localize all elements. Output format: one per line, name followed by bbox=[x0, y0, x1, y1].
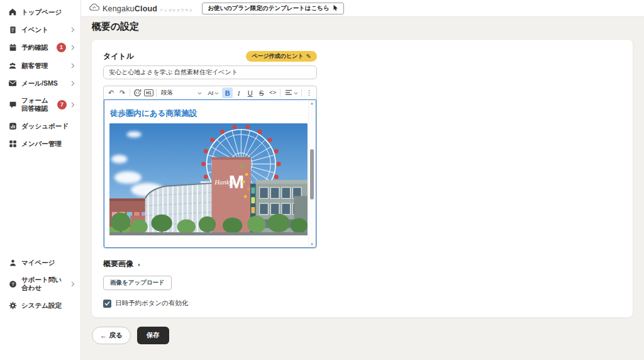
sidebar-item-label: 予約確認 bbox=[21, 43, 48, 52]
editor-scrollbar-thumb[interactable] bbox=[310, 149, 314, 200]
scroll-down-icon[interactable]: ▼ bbox=[310, 242, 313, 246]
back-button[interactable]: ← 戻る bbox=[92, 327, 131, 344]
paragraph-format-dropdown[interactable]: 段落 bbox=[158, 87, 204, 98]
mail-icon bbox=[8, 79, 17, 87]
sidebar-item-members[interactable]: メンバー管理 bbox=[0, 135, 80, 152]
scroll-up-icon[interactable]: ▲ bbox=[310, 101, 313, 105]
align-dropdown[interactable] bbox=[282, 87, 301, 98]
sidebar-item-label: 顧客管理 bbox=[21, 62, 48, 70]
sidebar-item-label: メンバー管理 bbox=[21, 140, 62, 148]
sidebar-item-support[interactable]: ? サポート問い合わせ bbox=[0, 271, 80, 296]
checkbox-label: 日時予約ボタンの有効化 bbox=[115, 299, 188, 308]
sidebar-item-mail-sms[interactable]: メール/SMS bbox=[0, 74, 80, 92]
upload-image-button[interactable]: 画像をアップロード bbox=[103, 276, 172, 290]
editor-content[interactable]: 徒歩圏内にある商業施設 bbox=[104, 99, 316, 248]
sidebar-item-customers[interactable]: 顧客管理 bbox=[0, 57, 80, 74]
brand-logo[interactable]: KengakuCloud ケンガククラウド bbox=[89, 3, 193, 14]
heading-h1-button[interactable]: H1 bbox=[143, 87, 154, 98]
calendar-icon bbox=[8, 43, 17, 52]
cloud-logo-icon bbox=[89, 3, 100, 14]
home-icon bbox=[8, 8, 17, 16]
sidebar-item-label: イベント bbox=[21, 26, 48, 34]
code-button[interactable]: <> bbox=[267, 87, 278, 98]
brand-name: KengakuCloud bbox=[103, 4, 157, 13]
editor-heading: 徒歩圏内にある商業施設 bbox=[110, 108, 308, 119]
chevron-right-icon bbox=[70, 27, 75, 33]
back-arrow-icon: ← bbox=[100, 332, 107, 339]
form-responses-badge: 7 bbox=[57, 100, 67, 110]
editor-image[interactable]: Hankyu M bbox=[109, 123, 308, 235]
ai-dropdown[interactable]: AI bbox=[205, 87, 221, 98]
title-input[interactable] bbox=[103, 65, 317, 79]
more-options-button[interactable]: ⋮ bbox=[304, 87, 314, 98]
sidebar-item-label: メール/SMS bbox=[21, 79, 58, 87]
datetime-reservation-checkbox-row[interactable]: 日時予約ボタンの有効化 bbox=[103, 299, 317, 308]
sidebar-item-label: サポート問い合わせ bbox=[21, 276, 62, 292]
editor-toolbar: ↶ ↷ H1 段落 AI B I U S <> bbox=[104, 86, 316, 99]
toolbar-divider bbox=[156, 89, 157, 97]
bold-button[interactable]: B bbox=[222, 87, 233, 98]
cursor-icon bbox=[333, 4, 338, 13]
underline-button[interactable]: U bbox=[245, 87, 255, 98]
save-button[interactable]: 保存 bbox=[137, 327, 169, 344]
sidebar-item-system-settings[interactable]: システム設定 bbox=[0, 296, 80, 314]
chevron-down-icon bbox=[197, 89, 202, 96]
sidebar-item-top-page[interactable]: トップページ bbox=[0, 3, 80, 21]
sidebar-nav: トップページ イベント 予約確認 1 顧客管理 メール/SMS bbox=[0, 0, 80, 152]
checkbox-checked-icon[interactable] bbox=[103, 300, 111, 308]
toolbar-divider bbox=[280, 89, 280, 97]
svg-text:M: M bbox=[229, 171, 244, 192]
strikethrough-button[interactable]: S bbox=[256, 87, 267, 98]
help-icon: ? bbox=[8, 279, 17, 288]
chevron-down-icon bbox=[214, 89, 219, 96]
italic-button[interactable]: I bbox=[233, 87, 244, 98]
source-refresh-icon-button[interactable] bbox=[132, 87, 143, 98]
svg-text:?: ? bbox=[11, 281, 14, 286]
chevron-right-icon bbox=[70, 45, 75, 50]
chat-bubble-icon bbox=[8, 100, 17, 109]
rich-text-editor: ↶ ↷ H1 段落 AI B I U S <> bbox=[103, 86, 317, 249]
page-hint-label: ページ作成のヒント bbox=[252, 52, 303, 60]
reservations-badge: 1 bbox=[57, 43, 66, 52]
align-left-icon bbox=[285, 89, 292, 97]
sidebar-item-label: トップページ bbox=[21, 8, 62, 16]
chevron-right-icon bbox=[71, 102, 75, 108]
sidebar-item-label: マイページ bbox=[21, 259, 55, 267]
bar-chart-icon bbox=[8, 121, 17, 130]
grid-icon bbox=[8, 139, 17, 148]
topbar: KengakuCloud ケンガククラウド お使いのプラン限定のテンプレートはこ… bbox=[81, 0, 644, 17]
overview-image-label: 概要画像 bbox=[103, 259, 133, 269]
chevron-down-icon bbox=[294, 89, 298, 96]
plan-template-button[interactable]: お使いのプラン限定のテンプレートはこちら bbox=[202, 3, 344, 14]
brand-subtitle: ケンガククラウド bbox=[160, 8, 193, 13]
redo-button[interactable]: ↷ bbox=[117, 87, 128, 98]
sidebar-item-label: フォーム回答確認 bbox=[21, 96, 48, 113]
plan-template-button-label: お使いのプラン限定のテンプレートはこちら bbox=[208, 4, 330, 13]
sidebar-item-dashboard[interactable]: ダッシュボード bbox=[0, 117, 80, 135]
sidebar-item-my-page[interactable]: マイページ bbox=[0, 254, 80, 271]
sidebar-item-label: システム設定 bbox=[21, 301, 62, 310]
sidebar-item-label: ダッシュボード bbox=[21, 122, 69, 130]
chevron-right-icon bbox=[70, 81, 75, 86]
sidebar-item-form-responses[interactable]: フォーム回答確認 7 bbox=[0, 92, 80, 117]
footer-actions: ← 戻る 保存 bbox=[92, 327, 169, 344]
title-label: タイトル bbox=[103, 51, 134, 62]
toolbar-divider bbox=[130, 89, 130, 97]
sidebar-footer: マイページ ? サポート問い合わせ システム設定 bbox=[0, 254, 80, 314]
undo-button[interactable]: ↶ bbox=[106, 87, 116, 98]
user-icon bbox=[8, 258, 17, 267]
people-icon bbox=[8, 61, 17, 70]
gear-icon bbox=[8, 301, 17, 310]
chevron-right-icon bbox=[71, 281, 75, 287]
page-title: 概要の設定 bbox=[92, 21, 139, 33]
document-icon bbox=[8, 25, 17, 34]
collapse-caret-icon[interactable]: ▲ bbox=[137, 262, 141, 266]
toolbar-divider bbox=[301, 89, 302, 97]
pencil-icon: ✎ bbox=[306, 53, 311, 60]
sidebar-item-events[interactable]: イベント bbox=[0, 21, 80, 38]
sidebar: トップページ イベント 予約確認 1 顧客管理 メール/SMS bbox=[0, 0, 81, 360]
chevron-right-icon bbox=[70, 63, 75, 69]
page-hint-button[interactable]: ページ作成のヒント ✎ bbox=[246, 51, 317, 62]
overview-settings-card: タイトル ページ作成のヒント ✎ ↶ ↷ H1 段落 AI bbox=[91, 39, 633, 318]
sidebar-item-reservations[interactable]: 予約確認 1 bbox=[0, 38, 80, 57]
